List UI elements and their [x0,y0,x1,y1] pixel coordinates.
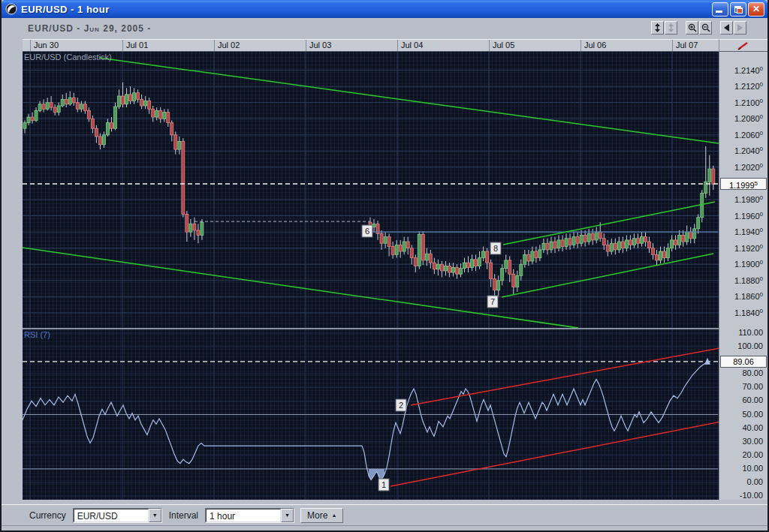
date-axis-stub [23,40,30,51]
current-price-label: 1.19995 [720,178,767,190]
date-axis-label: Jul 07 [672,40,719,51]
interval-value[interactable]: 1 hour [206,509,281,522]
fit-vertical-button[interactable] [651,21,664,35]
price-tick-label: 1.21000 [734,98,763,107]
price-tick-label: 1.18800 [734,275,763,285]
rsi-tick-label: 60.00 [742,395,763,404]
app-window: EUR/USD - 1 hour ✕ EUR/USD - Jun 29, 200… [0,0,769,532]
minimize-button[interactable] [712,2,728,17]
date-axis-label: Jul 05 [489,40,581,51]
pencil-icon [719,40,767,52]
app-icon [5,3,17,15]
rsi-tick-label: 0.00 [747,477,763,486]
rsi-tick-label: 100.00 [737,341,763,350]
price-tick-label: 1.20400 [734,146,763,155]
date-axis: Jun 30Jul 01Jul 02Jul 03Jul 04Jul 05Jul … [23,39,719,52]
currency-label: Currency [29,510,66,521]
price-tick-label: 1.20800 [734,113,763,123]
rsi-tick-label: -10.00 [740,491,763,500]
rsi-tick-label: 40.00 [742,423,763,432]
price-tick-label: 1.21400 [734,65,763,75]
chevron-down-icon[interactable]: ▼ [281,509,294,522]
price-tick-label: 1.18600 [734,291,763,301]
date-axis-label: Jul 04 [397,40,489,51]
price-tick-label: 1.19000 [734,259,763,269]
rsi-tick-label: 70.00 [742,382,763,391]
price-tick-label: 1.20600 [734,130,763,140]
price-tick-label: 1.19800 [734,194,763,204]
price-tick-label: 1.19200 [734,243,763,253]
interval-select[interactable]: 1 hour ▼ [205,508,294,523]
price-tick-label: 1.20200 [734,162,763,172]
restore-button[interactable] [730,2,746,17]
rsi-tick-label: 50.00 [742,410,763,419]
close-button[interactable]: ✕ [748,2,764,17]
chart-area: Jun 30Jul 01Jul 02Jul 03Jul 04Jul 05Jul … [23,39,767,500]
date-axis-label: Jul 01 [122,40,214,51]
title-bar[interactable]: EUR/USD - 1 hour ✕ [2,0,767,18]
date-axis-label: Jul 02 [214,40,306,51]
chevron-down-icon[interactable]: ▼ [149,509,161,522]
chart-title: EUR/USD - Jun 29, 2005 - [28,23,151,34]
scroll-left-button[interactable] [720,21,733,35]
value-axis[interactable]: 1.214001.212001.210001.208001.206001.204… [719,52,767,500]
window-title: EUR/USD - 1 hour [21,4,110,15]
currency-select[interactable]: EUR/USD ▼ [73,508,162,523]
close-icon: ✕ [752,4,760,14]
rsi-tick-label: 110.00 [738,328,763,337]
currency-value[interactable]: EUR/USD [74,509,149,522]
header-toolbar [650,21,746,35]
price-tick-label: 1.19600 [734,211,763,221]
price-tick-label: 1.18400 [734,308,763,317]
date-axis-label: Jun 30 [30,40,122,51]
more-button[interactable]: More▲ [300,508,343,523]
draw-tool-button[interactable] [719,39,767,52]
scroll-right-button[interactable] [734,21,746,35]
price-plot[interactable] [23,52,719,328]
fit-vertical-alt-button[interactable] [665,21,677,35]
date-axis-label: Jul 06 [581,40,672,51]
rsi-tick-label: 30.00 [742,437,763,446]
chart-header: EUR/USD - Jun 29, 2005 - [2,18,767,39]
chevron-up-icon: ▲ [331,512,336,518]
current-rsi-label: 89.06 [720,356,767,368]
rsi-plot[interactable] [23,328,719,500]
date-axis-label: Jul 03 [306,40,397,51]
rsi-tick-label: 20.00 [742,450,763,459]
price-tick-label: 1.21200 [734,81,763,91]
window-bottom-edge [2,525,767,532]
zoom-out-button[interactable] [699,21,712,35]
zoom-in-button[interactable] [686,21,698,35]
price-tick-label: 1.19400 [734,227,763,236]
interval-label: Interval [169,510,198,521]
rsi-tick-label: 10.00 [742,464,763,473]
rsi-tick-label: 80.00 [742,368,763,377]
bottom-toolbar: Currency EUR/USD ▼ Interval 1 hour ▼ Mor… [2,504,767,525]
